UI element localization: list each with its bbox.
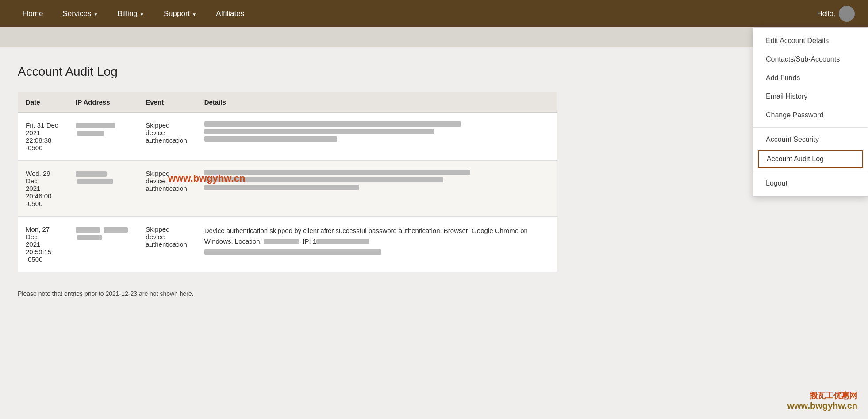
cell-details: Device authentication skipped by client … <box>196 217 557 272</box>
cell-details <box>196 113 557 161</box>
divider-1 <box>753 127 868 128</box>
dropdown-email-history[interactable]: Email History <box>753 87 868 106</box>
cell-ip <box>68 217 138 272</box>
dropdown-edit-account[interactable]: Edit Account Details <box>753 31 868 50</box>
col-date: Date <box>18 92 68 113</box>
nav-services[interactable]: Services ▼ <box>53 0 108 27</box>
chevron-down-icon: ▼ <box>140 12 144 17</box>
footer-note: Please note that entries prior to 2021-1… <box>18 290 557 297</box>
col-event: Event <box>138 92 196 113</box>
dropdown-account-audit-log[interactable]: Account Audit Log <box>758 150 863 168</box>
dropdown-change-password[interactable]: Change Password <box>753 106 868 124</box>
subheader <box>0 27 868 47</box>
divider-2 <box>753 171 868 171</box>
nav-affiliates[interactable]: Affiliates <box>206 0 254 27</box>
cell-event: Skipped deviceauthentication <box>138 217 196 272</box>
cell-ip <box>68 161 138 217</box>
nav-billing[interactable]: Billing ▼ <box>108 0 154 27</box>
main-content: Account Audit Log Date IP Address Event … <box>0 47 575 310</box>
navbar: Home Services ▼ Billing ▼ Support ▼ Affi… <box>0 0 868 27</box>
col-details: Details <box>196 92 557 113</box>
table-row: Mon, 27 Dec2021 20:59:15-0500 Skipped de… <box>18 217 557 272</box>
dropdown-account-security[interactable]: Account Security <box>753 130 868 149</box>
chevron-down-icon: ▼ <box>94 12 98 17</box>
cell-event: Skipped deviceauthentication <box>138 161 196 217</box>
nav-greeting: Hello, <box>817 6 855 22</box>
table-row: Wed, 29 Dec2021 20:46:00-0500 Skipped de… <box>18 161 557 217</box>
dropdown-contacts[interactable]: Contacts/Sub-Accounts <box>753 50 868 69</box>
nav-support[interactable]: Support ▼ <box>154 0 206 27</box>
corner-watermark: 搬瓦工优惠网 www.bwgyhw.cn <box>787 390 857 411</box>
chevron-down-icon: ▼ <box>192 12 196 17</box>
avatar <box>839 6 855 22</box>
col-ip: IP Address <box>68 92 138 113</box>
cell-ip <box>68 113 138 161</box>
dropdown-logout[interactable]: Logout <box>753 174 868 193</box>
cell-event: Skipped deviceauthentication <box>138 113 196 161</box>
cell-date: Fri, 31 Dec 202122:08:38 -0500 <box>18 113 68 161</box>
cell-details <box>196 161 557 217</box>
audit-log-table: Date IP Address Event Details Fri, 31 De… <box>18 92 557 272</box>
cell-date: Mon, 27 Dec2021 20:59:15-0500 <box>18 217 68 272</box>
dropdown-add-funds[interactable]: Add Funds <box>753 69 868 87</box>
table-header-row: Date IP Address Event Details <box>18 92 557 113</box>
account-dropdown-menu: Edit Account Details Contacts/Sub-Accoun… <box>753 27 868 197</box>
page-title: Account Audit Log <box>18 65 557 79</box>
table-row: Fri, 31 Dec 202122:08:38 -0500 Skipped d… <box>18 113 557 161</box>
nav-home[interactable]: Home <box>13 0 53 27</box>
cell-date: Wed, 29 Dec2021 20:46:00-0500 <box>18 161 68 217</box>
